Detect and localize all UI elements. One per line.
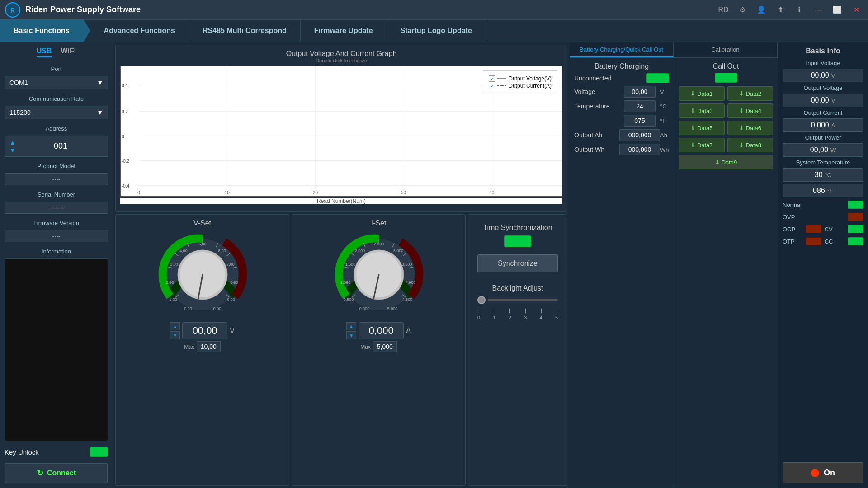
tab-rs485[interactable]: RS485 Multi Correspond	[189, 19, 301, 42]
x-label-30: 30	[401, 190, 406, 195]
information-label: Information	[5, 248, 108, 255]
data9-arrow: ⬇	[715, 159, 720, 166]
gear-button[interactable]: ⚙	[735, 3, 750, 17]
svg-text:5,000: 5,000	[387, 306, 397, 311]
on-label: On	[824, 468, 835, 478]
data7-button[interactable]: ⬇ Data7	[679, 138, 725, 152]
svg-text:1,000: 1,000	[340, 280, 350, 285]
output-wh-unit: Wh	[660, 146, 669, 153]
normal-row: Normal	[783, 201, 863, 209]
data6-arrow: ⬇	[739, 124, 744, 131]
usb-tab[interactable]: USB	[37, 47, 52, 57]
minimize-button[interactable]: —	[811, 3, 826, 17]
vset-dial-svg[interactable]: 5,00 3,00 2,00 1,00 0,00 10,00 9,00 8,00…	[157, 230, 248, 320]
tab-startup-logo[interactable]: Startup Logo Update	[387, 19, 486, 42]
tab-basic-functions[interactable]: Basic Functions	[0, 19, 90, 42]
tick-1: |	[493, 308, 495, 313]
iset-up[interactable]: ▲	[346, 322, 356, 330]
otp-label: OTP	[783, 238, 805, 245]
iset-unit: A	[406, 327, 411, 335]
port-value: COM1	[9, 79, 28, 86]
restore-button[interactable]: ⬜	[830, 3, 844, 17]
key-unlock-label: Key Unlock	[5, 448, 39, 456]
vset-stepper[interactable]: ▲ ▼	[170, 322, 180, 339]
voltage-label: Voltage	[574, 88, 619, 95]
legend-voltage-check[interactable]: ✓	[489, 75, 495, 82]
normal-led	[848, 201, 863, 209]
close-button[interactable]: ✕	[849, 3, 863, 17]
wifi-tab[interactable]: WiFi	[61, 47, 76, 57]
vset-title: V-Set	[120, 219, 284, 227]
tab-calibration[interactable]: Calibration	[674, 42, 778, 57]
graph-panel: Output Voltage And Current Graph Double …	[115, 45, 567, 212]
svg-text:7,00: 7,00	[226, 262, 235, 267]
system-temp-row: 30 °C	[783, 168, 863, 182]
otp-cc-row: OTP CC	[783, 237, 863, 245]
connection-tabs: USB WiFi	[5, 47, 108, 57]
on-button[interactable]: On	[783, 462, 863, 483]
unconnected-label: Unconnected	[574, 75, 619, 82]
iset-display[interactable]: 0,000	[359, 322, 404, 339]
iset-stepper[interactable]: ▲ ▼	[346, 322, 356, 339]
center-area: Output Voltage And Current Graph Double …	[113, 42, 570, 488]
data4-button[interactable]: ⬇ Data4	[727, 103, 774, 118]
port-select[interactable]: COM1 ▼	[5, 76, 108, 89]
vset-up[interactable]: ▲	[170, 322, 180, 330]
chart-area[interactable]: 0.4 0.2 0 -0.2 -0.4 0 10 20 30 40	[120, 66, 562, 197]
backlight-ticks: | | | | | |	[477, 308, 558, 313]
address-input: ▲ ▼ 001	[5, 136, 108, 157]
battery-call-row: Battery Charging Unconnected Voltage 00,…	[570, 58, 778, 488]
tab-battery-charging[interactable]: Battery Charging/Quick Call Out	[570, 42, 674, 57]
legend-current: ✓ Output Current(A)	[489, 83, 552, 89]
data6-button[interactable]: ⬇ Data6	[727, 121, 774, 135]
iset-dial-wrapper: 1,500 1,000 0,500 0,000 5,000 4,500 4,00…	[334, 230, 424, 320]
upload-button[interactable]: ⬆	[773, 3, 788, 17]
otp-led	[806, 237, 821, 245]
cc-led	[848, 237, 863, 245]
x-axis-label: Read Number(Num)	[120, 198, 562, 204]
sync-button[interactable]: Synchronize	[477, 254, 558, 272]
output-power-row: 00,00 W	[783, 143, 863, 157]
vset-dial-container: 5,00 3,00 2,00 1,00 0,00 10,00 9,00 8,00…	[120, 230, 284, 352]
svg-text:0,00: 0,00	[184, 306, 192, 311]
comm-rate-select[interactable]: 115200 ▼	[5, 106, 108, 119]
grid-h2	[139, 111, 562, 112]
legend-voltage: ✓ Output Voltage(V)	[489, 75, 552, 82]
y-label-0: 0	[122, 134, 124, 139]
info-button[interactable]: ℹ	[792, 3, 807, 17]
voltage-value[interactable]: 00,00	[624, 86, 656, 98]
output-voltage-unit: V	[831, 97, 835, 104]
backlight-track	[488, 299, 558, 301]
input-voltage-label: Input Voltage	[783, 60, 863, 66]
data2-button[interactable]: ⬇ Data2	[727, 86, 774, 101]
address-up[interactable]: ▲ ▼	[9, 139, 16, 154]
data7-arrow: ⬇	[690, 141, 696, 149]
tab-firmware-update[interactable]: Firmware Update	[301, 19, 387, 42]
vset-max-value: 10,00	[197, 341, 221, 352]
data1-button[interactable]: ⬇ Data1	[679, 86, 725, 101]
iset-down[interactable]: ▼	[346, 331, 356, 339]
data8-button[interactable]: ⬇ Data8	[727, 138, 774, 152]
data9-button[interactable]: ⬇ Data9	[679, 155, 773, 169]
grid-h5	[139, 185, 562, 186]
user-button[interactable]: 👤	[754, 3, 769, 17]
comm-rate-label: Communication Rate	[5, 95, 108, 102]
x-label-0: 0	[137, 190, 140, 195]
system-temp-value: 30	[815, 171, 823, 179]
iset-dial-svg[interactable]: 1,500 1,000 0,500 0,000 5,000 4,500 4,00…	[334, 230, 424, 320]
voltage-unit: V	[660, 89, 669, 95]
data5-button[interactable]: ⬇ Data5	[679, 121, 725, 135]
app-logo: R	[5, 2, 21, 18]
connect-button[interactable]: ↻ Connect	[5, 463, 108, 483]
rd-button[interactable]: RD	[716, 3, 731, 17]
svg-text:3,000: 3,000	[393, 249, 403, 253]
vset-display[interactable]: 00,00	[182, 322, 227, 339]
top-right-tabs: Battery Charging/Quick Call Out Calibrat…	[570, 42, 778, 58]
tab-advanced-functions[interactable]: Advanced Functions	[90, 19, 189, 42]
data3-button[interactable]: ⬇ Data3	[679, 103, 725, 118]
legend-current-check[interactable]: ✓	[489, 83, 495, 89]
vset-down[interactable]: ▼	[170, 331, 180, 339]
output-voltage-row: 00,00 V	[783, 94, 863, 107]
output-current-value: 0,000	[811, 121, 829, 129]
output-power-label: Output Power	[783, 134, 863, 141]
